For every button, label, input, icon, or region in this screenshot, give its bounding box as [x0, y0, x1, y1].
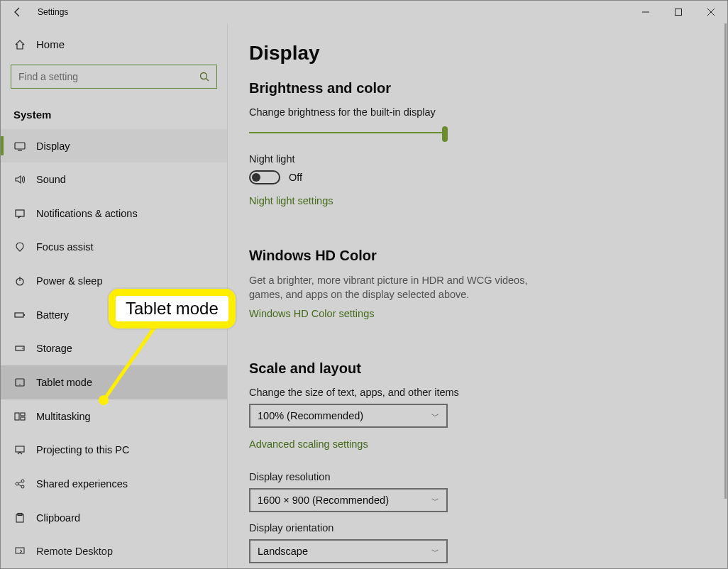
- multitasking-icon: [13, 410, 26, 423]
- sidebar-home-label: Home: [36, 38, 65, 50]
- window-title: Settings: [38, 7, 68, 17]
- svg-rect-6: [16, 210, 24, 216]
- svg-rect-15: [15, 413, 19, 420]
- window-controls: [629, 1, 727, 23]
- advanced-scaling-link[interactable]: Advanced scaling settings: [249, 438, 368, 450]
- brightness-slider[interactable]: [249, 123, 448, 143]
- svg-rect-9: [15, 313, 23, 317]
- sidebar-item-label: Storage: [36, 343, 72, 354]
- hd-settings-link[interactable]: Windows HD Color settings: [249, 308, 374, 319]
- svg-rect-16: [21, 413, 25, 416]
- sidebar-item-notifications[interactable]: Notifications & actions: [1, 197, 227, 231]
- sidebar-item-storage[interactable]: Storage: [1, 332, 227, 366]
- scale-size-dropdown[interactable]: 100% (Recommended) ﹀: [249, 404, 448, 428]
- orientation-dropdown[interactable]: Landscape ﹀: [249, 539, 448, 563]
- orientation-label: Display orientation: [249, 522, 699, 534]
- sidebar-item-label: Shared experiences: [36, 478, 128, 490]
- notifications-icon: [13, 207, 26, 220]
- resolution-label: Display resolution: [249, 471, 699, 482]
- svg-point-2: [201, 72, 207, 79]
- section-scale: Scale and layout: [249, 360, 699, 377]
- shared-icon: [13, 477, 26, 490]
- sidebar-category: System: [1, 96, 227, 129]
- battery-icon: [13, 309, 26, 321]
- maximize-button[interactable]: [662, 1, 695, 23]
- svg-rect-10: [24, 314, 26, 316]
- dropdown-value: 100% (Recommended): [258, 410, 363, 421]
- close-button[interactable]: [695, 1, 727, 23]
- sidebar-item-battery[interactable]: Battery: [1, 298, 227, 332]
- chevron-down-icon: ﹀: [431, 495, 439, 506]
- power-icon: [13, 275, 26, 287]
- sidebar-item-sound[interactable]: Sound: [1, 162, 227, 197]
- hd-desc: Get a brighter, more vibrant picture in …: [249, 274, 554, 302]
- clipboard-icon: [13, 512, 26, 524]
- minimize-button[interactable]: [629, 1, 662, 23]
- sidebar-item-multitasking[interactable]: Multitasking: [1, 399, 227, 433]
- scrollbar[interactable]: [724, 23, 727, 499]
- projecting-icon: [13, 443, 26, 456]
- chevron-down-icon: ﹀: [431, 546, 439, 557]
- sidebar-item-label: Battery: [36, 309, 69, 321]
- sidebar-item-display[interactable]: Display: [1, 129, 227, 163]
- chevron-down-icon: ﹀: [431, 411, 439, 421]
- sidebar-item-remote-desktop[interactable]: Remote Desktop: [1, 534, 227, 568]
- sidebar-nav: Display Sound Notifications & actions Fo…: [1, 129, 227, 568]
- sidebar-item-label: Display: [36, 140, 70, 152]
- remote-desktop-icon: [13, 545, 26, 558]
- sidebar-item-label: Focus assist: [36, 241, 94, 253]
- titlebar: Settings: [1, 1, 727, 23]
- svg-point-21: [21, 485, 24, 488]
- svg-point-14: [19, 384, 20, 385]
- sidebar-item-power-sleep[interactable]: Power & sleep: [1, 264, 227, 298]
- slider-track: [249, 132, 448, 133]
- svg-rect-18: [16, 446, 24, 452]
- sidebar-item-label: Sound: [36, 174, 66, 185]
- dropdown-value: Landscape: [258, 546, 308, 557]
- svg-line-3: [206, 78, 209, 81]
- scale-size-label: Change the size of text, apps, and other…: [249, 387, 699, 398]
- search-icon: [199, 72, 209, 82]
- sidebar-item-clipboard[interactable]: Clipboard: [1, 501, 227, 535]
- sound-icon: [13, 173, 26, 186]
- svg-rect-17: [21, 417, 25, 420]
- svg-point-19: [16, 482, 18, 485]
- svg-rect-4: [15, 143, 25, 149]
- sidebar-item-tablet-mode[interactable]: Tablet mode: [1, 365, 227, 399]
- sidebar-item-label: Power & sleep: [36, 275, 103, 287]
- focus-assist-icon: [13, 241, 26, 253]
- night-light-toggle[interactable]: [249, 170, 280, 184]
- sidebar-item-shared-experiences[interactable]: Shared experiences: [1, 467, 227, 501]
- back-button[interactable]: [1, 1, 35, 23]
- sidebar-item-label: Tablet mode: [36, 377, 92, 388]
- dropdown-value: 1600 × 900 (Recommended): [258, 495, 389, 506]
- sidebar-item-projecting[interactable]: Projecting to this PC: [1, 433, 227, 467]
- sidebar-item-label: Projecting to this PC: [36, 444, 129, 455]
- search-input[interactable]: [18, 71, 189, 82]
- window-body: Home System Display Sound: [1, 23, 727, 568]
- sidebar-item-label: Remote Desktop: [36, 546, 113, 557]
- sidebar-item-focus-assist[interactable]: Focus assist: [1, 231, 227, 265]
- sidebar-home[interactable]: Home: [1, 31, 227, 59]
- night-light-settings-link[interactable]: Night light settings: [249, 195, 333, 206]
- tablet-icon: [13, 376, 26, 389]
- toggle-knob: [252, 173, 260, 182]
- settings-window: Settings Home System: [0, 0, 728, 569]
- display-icon: [13, 140, 26, 153]
- slider-thumb[interactable]: [442, 126, 448, 142]
- search-box[interactable]: [11, 65, 217, 89]
- sidebar: Home System Display Sound: [1, 23, 228, 568]
- sidebar-item-label: Notifications & actions: [36, 208, 138, 219]
- search-wrap: [1, 59, 227, 96]
- svg-rect-1: [675, 9, 682, 16]
- page-title: Display: [249, 42, 699, 65]
- sidebar-item-label: Clipboard: [36, 512, 80, 524]
- home-icon: [13, 39, 26, 50]
- section-hd-color: Windows HD Color: [249, 248, 699, 264]
- resolution-dropdown[interactable]: 1600 × 900 (Recommended) ﹀: [249, 488, 448, 512]
- storage-icon: [13, 342, 26, 355]
- svg-point-20: [21, 480, 24, 482]
- brightness-label: Change brightness for the built-in displ…: [249, 106, 699, 118]
- night-light-value: Off: [289, 172, 302, 183]
- night-light-label: Night light: [249, 153, 699, 165]
